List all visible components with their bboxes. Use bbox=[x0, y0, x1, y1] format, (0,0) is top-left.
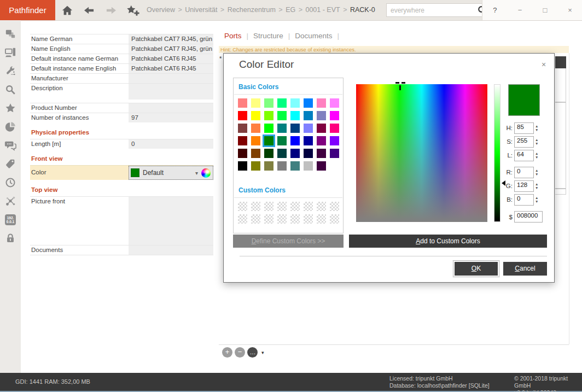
color-wheel-icon[interactable] bbox=[201, 168, 211, 178]
basic-color-swatch[interactable] bbox=[317, 149, 326, 158]
breadcrumb-item[interactable]: Rechenzentrum bbox=[228, 6, 276, 14]
custom-color-swatch[interactable] bbox=[304, 202, 313, 211]
custom-color-swatch[interactable] bbox=[330, 202, 339, 211]
property-value[interactable]: 97 bbox=[129, 113, 213, 122]
basic-color-swatch[interactable] bbox=[251, 111, 260, 120]
search-box[interactable] bbox=[386, 3, 482, 17]
basic-color-swatch[interactable] bbox=[304, 161, 313, 171]
sidebar-item-tools[interactable] bbox=[2, 65, 19, 77]
property-value[interactable] bbox=[129, 197, 213, 245]
sidebar-item-devices[interactable] bbox=[2, 46, 19, 58]
basic-color-swatch[interactable] bbox=[238, 124, 247, 133]
define-custom-colors-button[interactable]: Define Custom Colors >> bbox=[233, 235, 344, 248]
spinner-input[interactable]: 255 bbox=[514, 136, 534, 148]
basic-color-swatch[interactable] bbox=[251, 136, 260, 145]
basic-color-swatch[interactable] bbox=[290, 98, 300, 108]
custom-color-swatch[interactable] bbox=[264, 214, 273, 224]
basic-color-swatch[interactable] bbox=[251, 149, 260, 158]
custom-color-swatch[interactable] bbox=[238, 202, 247, 211]
spinner-down-icon[interactable]: ▼ bbox=[535, 128, 538, 132]
lightness-slider[interactable] bbox=[494, 84, 500, 222]
basic-color-swatch[interactable] bbox=[290, 124, 300, 133]
custom-color-swatch[interactable] bbox=[304, 214, 313, 224]
remove-row-button[interactable]: − bbox=[235, 347, 245, 358]
basic-color-swatch[interactable] bbox=[238, 136, 247, 145]
spinner-up-icon[interactable]: ▲ bbox=[535, 196, 538, 200]
property-value[interactable]: Patchkabel CAT6 RJ45 bbox=[129, 64, 213, 73]
basic-color-swatch[interactable] bbox=[277, 161, 287, 171]
help-button[interactable]: ? bbox=[488, 6, 502, 14]
basic-color-swatch[interactable] bbox=[304, 124, 313, 133]
custom-color-swatch[interactable] bbox=[277, 202, 287, 211]
custom-color-swatch[interactable] bbox=[277, 214, 287, 224]
basic-color-swatch[interactable] bbox=[317, 136, 326, 145]
basic-color-swatch[interactable] bbox=[290, 136, 300, 145]
sidebar-item-history[interactable] bbox=[2, 177, 19, 189]
sidebar-item-ip-address[interactable]: 192.0.0.1 bbox=[2, 214, 19, 226]
basic-color-swatch[interactable] bbox=[304, 98, 313, 108]
sidebar-item-favorites[interactable] bbox=[2, 102, 19, 114]
dialog-close-icon[interactable]: × bbox=[539, 60, 548, 69]
ok-button[interactable]: OK bbox=[455, 262, 498, 276]
basic-color-swatch[interactable] bbox=[251, 161, 260, 171]
close-button[interactable]: × bbox=[563, 6, 577, 14]
custom-color-swatch[interactable] bbox=[330, 214, 339, 224]
property-value[interactable] bbox=[129, 103, 213, 113]
sidebar-item-network[interactable] bbox=[2, 195, 19, 207]
sidebar-item-reports[interactable] bbox=[2, 121, 19, 133]
spinner-input[interactable]: 0 bbox=[514, 167, 534, 178]
breadcrumb-item[interactable]: EG bbox=[286, 6, 295, 14]
basic-color-swatch[interactable] bbox=[264, 98, 273, 108]
chevron-down-icon[interactable]: ▾ bbox=[261, 350, 264, 355]
spinner-down-icon[interactable]: ▼ bbox=[535, 172, 538, 176]
spinner-down-icon[interactable]: ▼ bbox=[535, 142, 538, 145]
add-row-button[interactable]: + bbox=[222, 347, 232, 358]
maximize-button[interactable]: □ bbox=[538, 6, 551, 14]
basic-color-swatch[interactable] bbox=[330, 161, 339, 171]
spinner-input[interactable]: 128 bbox=[514, 180, 534, 192]
sidebar-item-security[interactable] bbox=[2, 232, 19, 244]
basic-color-swatch[interactable] bbox=[264, 161, 273, 171]
basic-color-swatch[interactable] bbox=[251, 98, 260, 108]
spinner-down-icon[interactable]: ▼ bbox=[535, 155, 538, 159]
add-favorite-button[interactable] bbox=[126, 4, 140, 17]
spinner-up-icon[interactable]: ▲ bbox=[535, 151, 538, 155]
sidebar-item-search[interactable] bbox=[2, 84, 19, 96]
custom-color-swatch[interactable] bbox=[251, 202, 260, 211]
basic-color-swatch[interactable] bbox=[290, 161, 300, 171]
tab-documents[interactable]: Documents bbox=[295, 32, 332, 40]
breadcrumb-item[interactable]: Overview bbox=[147, 6, 175, 14]
basic-color-swatch[interactable] bbox=[277, 98, 287, 108]
spinner-input[interactable]: 0 bbox=[514, 194, 534, 206]
tab-structure[interactable]: Structure bbox=[253, 32, 283, 40]
basic-color-swatch[interactable] bbox=[290, 149, 300, 158]
custom-color-swatch[interactable] bbox=[317, 202, 326, 211]
basic-color-swatch[interactable] bbox=[238, 149, 247, 158]
property-value[interactable]: 0 bbox=[129, 139, 213, 149]
breadcrumb-item[interactable]: Universität bbox=[185, 6, 217, 14]
search-input[interactable] bbox=[387, 7, 478, 14]
custom-color-swatch[interactable] bbox=[264, 202, 273, 211]
basic-color-swatch[interactable] bbox=[330, 136, 339, 145]
basic-color-swatch[interactable] bbox=[277, 136, 287, 145]
basic-color-swatch[interactable] bbox=[330, 124, 339, 133]
custom-color-swatch[interactable] bbox=[290, 202, 300, 211]
basic-color-swatch[interactable] bbox=[317, 111, 326, 120]
custom-color-swatch[interactable] bbox=[251, 214, 260, 224]
property-value[interactable]: Patchkabel CAT7 RJ45, grün bbox=[129, 44, 213, 54]
basic-color-swatch[interactable] bbox=[264, 149, 273, 158]
color-dropdown[interactable]: Default▾ bbox=[129, 166, 213, 180]
basic-color-swatch[interactable] bbox=[277, 149, 287, 158]
basic-color-swatch[interactable] bbox=[304, 149, 313, 158]
basic-color-swatch[interactable] bbox=[330, 98, 339, 108]
spinner-up-icon[interactable]: ▲ bbox=[535, 124, 538, 128]
basic-color-swatch[interactable] bbox=[251, 124, 260, 133]
basic-color-swatch[interactable] bbox=[277, 124, 287, 133]
spinner-up-icon[interactable]: ▲ bbox=[535, 138, 538, 142]
basic-color-swatch[interactable] bbox=[238, 161, 247, 171]
basic-color-swatch[interactable] bbox=[264, 124, 273, 133]
cancel-button[interactable]: Cancel bbox=[503, 262, 547, 276]
spinner-input[interactable]: 85 bbox=[514, 122, 534, 134]
hex-input[interactable]: 008000 bbox=[514, 211, 543, 223]
property-value[interactable] bbox=[129, 84, 213, 100]
